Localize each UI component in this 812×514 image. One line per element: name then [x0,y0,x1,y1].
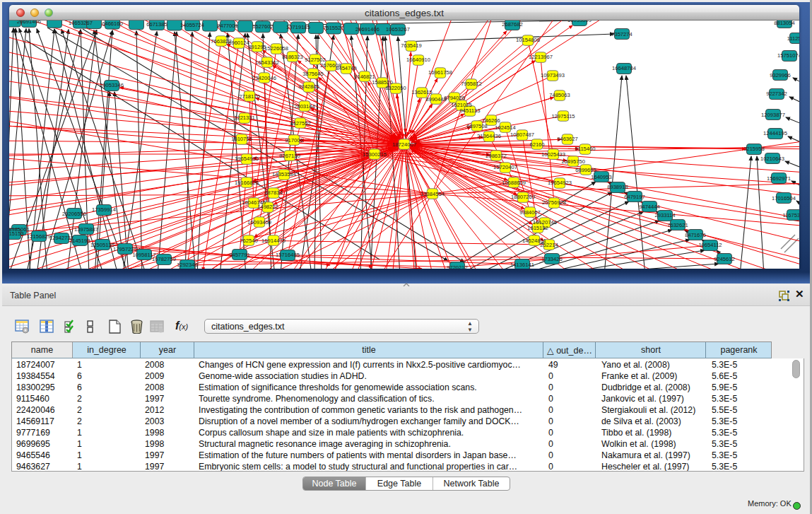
svg-text:10653267: 10653267 [386,26,410,33]
svg-text:16782759: 16782759 [152,256,176,262]
svg-text:18807269: 18807269 [511,194,535,200]
svg-text:10973493: 10973493 [541,72,565,78]
svg-text:12505135: 12505135 [90,242,114,248]
svg-text:16648784: 16648784 [612,65,636,71]
svg-text:19166825: 19166825 [235,180,259,186]
svg-text:10154808: 10154808 [516,37,540,43]
svg-text:9115460: 9115460 [575,146,596,152]
svg-text:7357274: 7357274 [611,31,632,37]
svg-text:1221331: 1221331 [234,115,255,121]
svg-text:20053346: 20053346 [100,82,124,88]
svg-text:62160: 62160 [529,141,544,148]
svg-text:8990448: 8990448 [425,96,447,103]
svg-text:1362615: 1362615 [411,89,433,95]
svg-text:2477001: 2477001 [217,23,238,29]
svg-text:8813054: 8813054 [774,21,795,26]
svg-text:9242845: 9242845 [298,83,319,90]
svg-text:15300215: 15300215 [363,151,387,158]
svg-text:10210643: 10210643 [760,156,784,162]
svg-text:10688609: 10688609 [502,180,526,186]
svg-text:1498222: 1498222 [257,204,278,210]
svg-text:9227342: 9227342 [766,90,787,97]
svg-text:7632621: 7632621 [667,222,688,228]
svg-text:1733426: 1733426 [541,256,563,262]
svg-text:7515521: 7515521 [323,25,344,31]
svg-text:10025433: 10025433 [541,151,565,158]
svg-text:16961758: 16961758 [428,69,452,76]
svg-text:13384554: 13384554 [420,191,445,197]
svg-text:10719185: 10719185 [286,24,310,30]
svg-text:21364436: 21364436 [477,133,501,139]
svg-text:12975115: 12975115 [551,113,575,119]
svg-text:15751074: 15751074 [777,52,799,59]
svg-text:10653267: 10653267 [69,21,93,26]
svg-text:7485063: 7485063 [549,92,570,98]
svg-text:7955812: 7955812 [461,81,482,87]
svg-text:19654923: 19654923 [548,180,572,186]
svg-text:3215958: 3215958 [743,146,765,152]
svg-text:6897508: 6897508 [466,123,488,129]
svg-text:20691406: 20691406 [17,21,41,25]
svg-text:16495750: 16495750 [561,158,585,165]
svg-text:14136141: 14136141 [510,262,534,268]
svg-text:17016504: 17016504 [772,195,796,201]
svg-text:14055724: 14055724 [180,22,204,28]
svg-text:1024514: 1024514 [495,124,516,131]
svg-text:252214: 252214 [540,242,558,248]
svg-text:887834: 887834 [264,189,282,196]
svg-text:762540: 762540 [240,238,257,244]
svg-text:917006: 917006 [285,137,302,144]
svg-text:16914479: 16914479 [261,238,286,244]
svg-text:2933114: 2933114 [655,212,676,218]
svg-text:20206556: 20206556 [62,211,86,217]
svg-text:16033809: 16033809 [567,21,592,23]
svg-text:15226058: 15226058 [264,45,288,52]
svg-text:9451133: 9451133 [460,107,481,114]
svg-text:9463627: 9463627 [557,136,578,142]
svg-text:9720212: 9720212 [447,264,468,269]
svg-text:20691406: 20691406 [355,26,379,33]
svg-text:12156829: 12156829 [27,233,51,240]
svg-text:1615132: 1615132 [527,225,548,231]
svg-text:10654112: 10654112 [698,242,722,248]
svg-text:8938918: 8938918 [607,184,628,190]
svg-text:1112506: 1112506 [787,35,799,42]
svg-text:6671385: 6671385 [146,21,167,28]
svg-text:12093877: 12093877 [761,112,785,118]
svg-text:8322050: 8322050 [385,85,406,91]
svg-text:8427552: 8427552 [290,120,311,127]
svg-text:1292346: 1292346 [177,262,198,268]
svg-text:7635419: 7635419 [401,42,422,49]
svg-text:8471676: 8471676 [685,232,706,238]
svg-text:1610755: 1610755 [231,136,252,142]
svg-text:11675317: 11675317 [782,212,799,218]
svg-text:9245612: 9245612 [714,256,735,262]
svg-text:9384067: 9384067 [519,209,541,216]
svg-text:8960124: 8960124 [228,40,249,46]
svg-text:10807487: 10807487 [510,132,534,138]
svg-text:18724007: 18724007 [392,141,416,148]
svg-text:15692971: 15692971 [767,175,791,182]
svg-text:1527602: 1527602 [252,23,273,30]
svg-text:14353584: 14353584 [272,171,296,177]
svg-text:12444195: 12444195 [763,130,787,136]
svg-text:19654935: 19654935 [235,156,259,162]
svg-text:2687682: 2687682 [502,21,523,28]
svg-text:2803144: 2803144 [294,103,315,110]
svg-text:1145193: 1145193 [70,238,90,244]
svg-text:15720407: 15720407 [493,164,517,170]
svg-text:6899695: 6899695 [575,167,596,173]
svg-text:891295: 891295 [248,44,266,50]
svg-text:8267130: 8267130 [279,153,300,159]
svg-text:9457791: 9457791 [229,252,250,258]
svg-text:8186323: 8186323 [282,54,303,60]
svg-text:2986372: 2986372 [486,153,507,159]
svg-text:9329966: 9329966 [770,72,791,78]
svg-text:8454749: 8454749 [336,65,357,71]
svg-text:9474444: 9474444 [639,204,660,210]
svg-text:6794028: 6794028 [444,95,465,101]
svg-text:13975887: 13975887 [74,226,98,233]
svg-text:16093459: 16093459 [247,219,271,226]
svg-text:6479197: 6479197 [624,194,645,200]
svg-text:16640910: 16640910 [406,57,430,63]
